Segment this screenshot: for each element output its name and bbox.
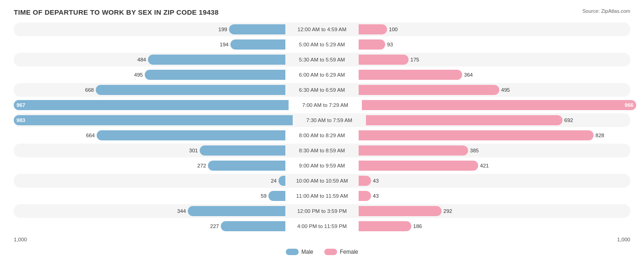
right-section: 385 — [359, 144, 630, 157]
male-value: 495 — [134, 72, 143, 78]
right-section: 828 — [359, 128, 630, 142]
male-value: 24 — [271, 178, 277, 184]
right-section: 421 — [359, 159, 630, 173]
female-value: 692 — [564, 117, 573, 123]
left-section: 272 — [14, 159, 285, 173]
left-section: 227 — [14, 219, 285, 233]
female-bar: 966 — [362, 100, 636, 110]
bar-row: 495 6:00 AM to 6:29 AM 364 — [14, 68, 630, 82]
right-section: 43 — [359, 174, 630, 188]
right-section: 100 — [359, 22, 630, 36]
male-bar: 199 — [229, 24, 285, 34]
legend-male: Male — [286, 249, 313, 255]
male-bar: 983 — [14, 115, 293, 125]
center-label: 9:00 AM to 9:59 AM — [285, 163, 359, 168]
male-bar-wrap: 967 — [14, 100, 289, 110]
male-bar: 194 — [230, 39, 285, 50]
left-section: 59 — [14, 189, 285, 203]
center-label: 4:00 PM to 11:59 PM — [285, 223, 359, 229]
male-bar-wrap: 664 — [14, 130, 285, 140]
male-value: 301 — [189, 148, 198, 153]
legend: Male Female — [14, 249, 630, 255]
bar-row: 967 7:00 AM to 7:29 AM 966 — [14, 98, 630, 112]
center-label: 8:30 AM to 8:59 AM — [285, 148, 359, 153]
male-value: 272 — [197, 163, 206, 168]
male-value: 668 — [85, 87, 94, 93]
axis-left-label: 1,000 — [14, 237, 27, 242]
female-value: 43 — [373, 178, 379, 184]
male-bar-wrap: 668 — [14, 85, 285, 95]
center-label: 8:00 AM to 8:29 AM — [285, 133, 359, 138]
bar-row: 199 12:00 AM to 4:59 AM 100 — [14, 22, 630, 36]
left-section: 301 — [14, 144, 285, 157]
center-label: 12:00 AM to 4:59 AM — [285, 27, 359, 32]
male-bar-wrap: 484 — [14, 55, 285, 65]
bar-row: 227 4:00 PM to 11:59 PM 186 — [14, 219, 630, 233]
female-value: 175 — [410, 57, 419, 62]
center-label: 7:00 AM to 7:29 AM — [289, 102, 362, 108]
bar-row: 484 5:30 AM to 5:59 AM 175 — [14, 53, 630, 67]
male-bar-wrap: 59 — [14, 191, 285, 201]
center-label: 6:00 AM to 6:29 AM — [285, 72, 359, 78]
left-section: 484 — [14, 53, 285, 67]
legend-male-color — [286, 249, 299, 255]
chart-container: TIME OF DEPARTURE TO WORK BY SEX IN ZIP … — [0, 0, 644, 273]
center-label: 5:30 AM to 5:59 AM — [285, 57, 359, 62]
legend-female-color — [324, 249, 337, 255]
female-bar-wrap: 175 — [359, 55, 630, 65]
left-section: 495 — [14, 68, 285, 82]
male-bar-wrap: 194 — [14, 39, 285, 50]
legend-female: Female — [324, 249, 358, 255]
left-section: 668 — [14, 83, 285, 97]
source-text: Source: ZipAtlas.com — [582, 8, 630, 14]
bar-row: 983 7:30 AM to 7:59 AM 692 — [14, 113, 630, 127]
center-label: 5:00 AM to 5:29 AM — [285, 42, 359, 47]
female-bar-wrap: 421 — [359, 161, 630, 171]
center-label: 12:00 PM to 3:59 PM — [285, 208, 359, 214]
legend-female-label: Female — [340, 249, 358, 255]
female-bar: 43 — [359, 176, 371, 186]
female-bar-wrap: 43 — [359, 176, 630, 186]
chart-area: 199 12:00 AM to 4:59 AM 100 194 5:00 AM … — [14, 22, 630, 233]
bar-row: 59 11:00 AM to 11:59 AM 43 — [14, 189, 630, 203]
male-value: 227 — [210, 223, 219, 229]
female-bar-wrap: 692 — [366, 115, 630, 125]
male-bar: 59 — [268, 191, 285, 201]
axis-left: 1,000 — [14, 237, 285, 242]
bar-row: 301 8:30 AM to 8:59 AM 385 — [14, 144, 630, 157]
female-value: 93 — [387, 42, 393, 47]
axis-row: 1,000 1,000 — [14, 237, 630, 242]
center-label: 10:00 AM to 10:59 AM — [285, 178, 359, 184]
male-bar: 484 — [148, 55, 285, 65]
female-bar-wrap: 93 — [359, 39, 630, 50]
female-value: 186 — [413, 223, 422, 229]
male-bar: 664 — [97, 130, 285, 140]
male-bar: 301 — [200, 145, 285, 156]
male-value: 967 — [16, 102, 25, 108]
right-section: 43 — [359, 189, 630, 203]
female-value: 100 — [389, 27, 398, 32]
male-bar: 668 — [96, 85, 285, 95]
female-value: 292 — [443, 208, 452, 214]
female-value: 385 — [470, 148, 479, 153]
male-bar: 495 — [145, 70, 285, 80]
female-value: 364 — [464, 72, 473, 78]
right-section: 186 — [359, 219, 630, 233]
male-bar: 272 — [208, 161, 285, 171]
female-bar: 421 — [359, 161, 478, 171]
bar-row: 272 9:00 AM to 9:59 AM 421 — [14, 159, 630, 173]
bar-row: 24 10:00 AM to 10:59 AM 43 — [14, 174, 630, 188]
male-value: 484 — [137, 57, 146, 62]
male-bar-wrap: 227 — [14, 221, 285, 231]
female-bar: 364 — [359, 70, 462, 80]
female-bar-wrap: 364 — [359, 70, 630, 80]
male-bar-wrap: 344 — [14, 206, 285, 216]
bar-row: 344 12:00 PM to 3:59 PM 292 — [14, 204, 630, 218]
right-section: 692 — [366, 113, 630, 127]
female-bar-wrap: 828 — [359, 130, 630, 140]
female-bar-wrap: 292 — [359, 206, 630, 216]
left-section: 194 — [14, 38, 285, 51]
bar-row: 664 8:00 AM to 8:29 AM 828 — [14, 128, 630, 142]
axis-right-label: 1,000 — [617, 237, 630, 242]
male-value: 344 — [177, 208, 186, 214]
